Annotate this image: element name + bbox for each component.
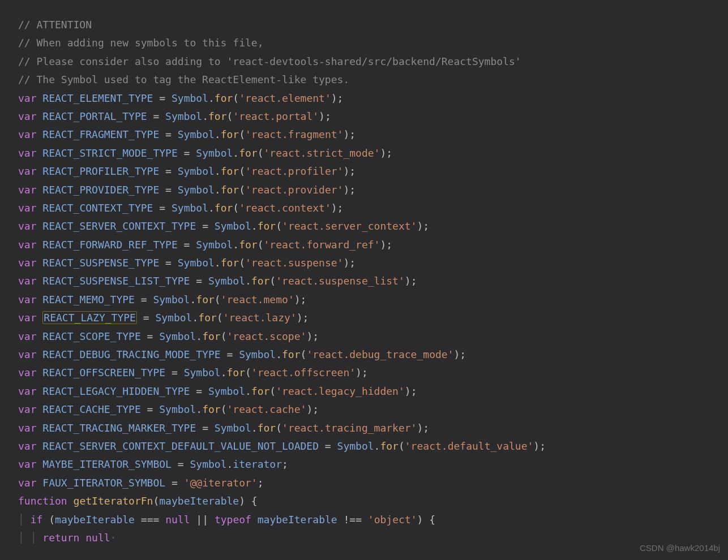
code-line: var REACT_FRAGMENT_TYPE = Symbol.for('re…: [18, 126, 710, 144]
code-line: var FAUX_ITERATOR_SYMBOL = '@@iterator';: [18, 474, 710, 492]
code-line: var REACT_LEGACY_HIDDEN_TYPE = Symbol.fo…: [18, 382, 710, 400]
code-line: │ if (maybeIterable === null || typeof m…: [18, 511, 710, 529]
code-line: var REACT_SCOPE_TYPE = Symbol.for('react…: [18, 328, 710, 346]
code-line: var MAYBE_ITERATOR_SYMBOL = Symbol.itera…: [18, 455, 710, 473]
code-line: var REACT_ELEMENT_TYPE = Symbol.for('rea…: [18, 89, 710, 107]
code-line: var REACT_PROVIDER_TYPE = Symbol.for('re…: [18, 181, 710, 199]
code-line: var REACT_SUSPENSE_LIST_TYPE = Symbol.fo…: [18, 272, 710, 290]
code-line: var REACT_LAZY_TYPE = Symbol.for('react.…: [18, 309, 710, 327]
code-line: var REACT_SERVER_CONTEXT_DEFAULT_VALUE_N…: [18, 437, 710, 455]
code-line: var REACT_MEMO_TYPE = Symbol.for('react.…: [18, 291, 710, 309]
code-line: function getIteratorFn(maybeIterable) {: [18, 492, 710, 510]
code-line: var REACT_CONTEXT_TYPE = Symbol.for('rea…: [18, 199, 710, 217]
code-line: var REACT_PROFILER_TYPE = Symbol.for('re…: [18, 162, 710, 180]
highlighted-symbol: REACT_LAZY_TYPE: [42, 311, 137, 324]
code-line: var REACT_SUSPENSE_TYPE = Symbol.for('re…: [18, 254, 710, 272]
code-line: │ │ return null·: [18, 529, 710, 547]
code-line: var REACT_TRACING_MARKER_TYPE = Symbol.f…: [18, 419, 710, 437]
code-line: // The Symbol used to tag the ReactEleme…: [18, 71, 710, 89]
comment: // When adding new symbols to this file,: [18, 37, 263, 49]
code-line: var REACT_FORWARD_REF_TYPE = Symbol.for(…: [18, 236, 710, 254]
code-line: var REACT_SERVER_CONTEXT_TYPE = Symbol.f…: [18, 217, 710, 235]
comment: // Please consider also adding to 'react…: [18, 55, 521, 67]
code-line: // Please consider also adding to 'react…: [18, 53, 710, 71]
comment: // ATTENTION: [18, 19, 92, 31]
code-line: var REACT_CACHE_TYPE = Symbol.for('react…: [18, 400, 710, 419]
comment: // The Symbol used to tag the ReactEleme…: [18, 74, 349, 85]
code-line: // When adding new symbols to this file,: [18, 34, 710, 52]
code-line: var REACT_PORTAL_TYPE = Symbol.for('reac…: [18, 107, 710, 126]
code-line: // ATTENTION: [18, 16, 710, 34]
code-line: var REACT_STRICT_MODE_TYPE = Symbol.for(…: [18, 144, 710, 162]
watermark: CSDN @hawk2014bj: [640, 540, 720, 555]
code-line: var REACT_DEBUG_TRACING_MODE_TYPE = Symb…: [18, 346, 710, 364]
code-line: var REACT_OFFSCREEN_TYPE = Symbol.for('r…: [18, 364, 710, 382]
